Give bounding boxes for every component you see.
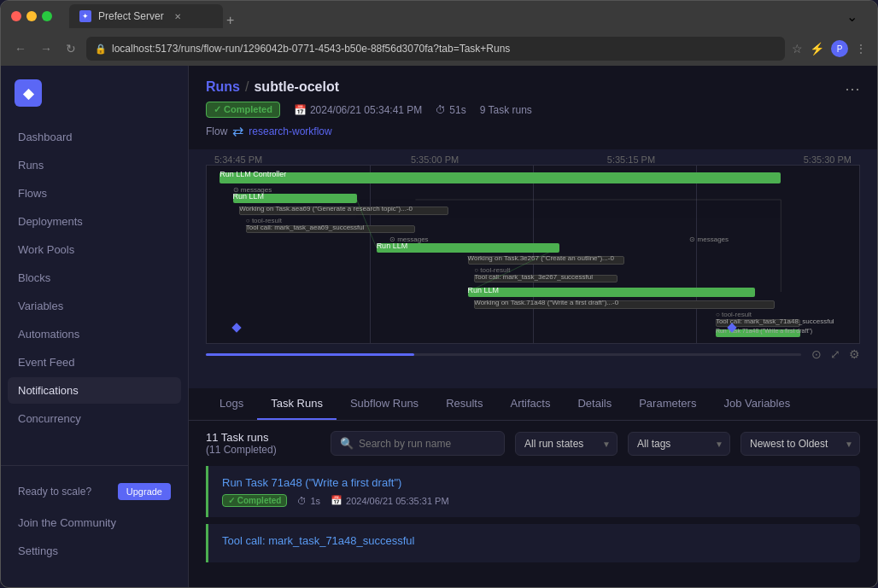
url-text: localhost:5173/runs/flow-run/1296042b-07… xyxy=(112,43,776,55)
settings-label: Settings xyxy=(18,544,58,557)
active-tab[interactable]: ✦ Prefect Server ✕ xyxy=(69,4,223,28)
tab-close-btn[interactable]: ✕ xyxy=(174,12,181,21)
svg-line-1 xyxy=(468,247,559,292)
address-bar[interactable]: 🔒 localhost:5173/runs/flow-run/1296042b-… xyxy=(86,37,785,61)
tab-title: Prefect Server xyxy=(98,10,164,22)
minimize-traffic-light[interactable] xyxy=(26,11,37,21)
task-status-badge: ✓ Completed xyxy=(222,494,287,507)
breadcrumb: Runs / subtle-ocelot xyxy=(206,79,532,95)
sidebar-item-event-feed[interactable]: Event Feed xyxy=(8,349,181,376)
status-label: ✓ Completed xyxy=(214,104,272,115)
menu-icon[interactable]: ⋮ xyxy=(855,42,867,55)
timeline-expand-btn[interactable]: ⤢ xyxy=(830,347,840,361)
maximize-traffic-light[interactable] xyxy=(42,11,52,21)
timeline-scrollbar[interactable] xyxy=(206,353,801,356)
sidebar-item-label: Work Pools xyxy=(18,243,74,256)
task-run-title[interactable]: Run Task 71a48 ("Write a first draft") xyxy=(222,476,846,489)
tab-job-variables[interactable]: Job Variables xyxy=(710,388,804,420)
task-runs-area: 11 Task runs (11 Completed) 🔍 All run st… xyxy=(189,421,877,587)
timeline-container: 5:34:45 PM 5:35:00 PM 5:35:15 PM 5:35:30… xyxy=(189,149,877,388)
timeline-fit-btn[interactable]: ⊙ xyxy=(811,347,822,361)
close-traffic-light[interactable] xyxy=(11,11,21,21)
window-menu-btn[interactable]: ⌄ xyxy=(846,9,867,25)
tab-parameters[interactable]: Parameters xyxy=(625,388,710,420)
sidebar-item-settings[interactable]: Settings xyxy=(8,539,181,563)
calendar-icon: 📅 xyxy=(294,104,307,116)
reload-btn[interactable]: ↻ xyxy=(62,38,79,59)
main-content: Runs / subtle-ocelot ✓ Completed 📅 2024/… xyxy=(189,66,877,587)
sort-filter-wrapper: Newest to Oldest ▼ xyxy=(740,432,860,456)
new-tab-btn[interactable]: + xyxy=(226,13,234,28)
join-community-label: Join the Community xyxy=(18,516,116,529)
state-filter[interactable]: All run states xyxy=(515,432,618,456)
tags-filter[interactable]: All tags xyxy=(628,432,730,456)
tabs-bar: Logs Task Runs Subflow Runs Results Arti… xyxy=(189,388,877,421)
sidebar-item-variables[interactable]: Variables xyxy=(8,293,181,319)
task-count-container: 11 Task runs (11 Completed) xyxy=(206,431,277,456)
app-content: ◆ Dashboard Runs Flows Deployments Work … xyxy=(1,66,877,587)
task-list: Run Task 71a48 ("Write a first draft") ✓… xyxy=(189,466,877,587)
breadcrumb-separator: / xyxy=(245,79,249,95)
upgrade-button[interactable]: Upgrade xyxy=(118,483,171,500)
sidebar-item-label: Concurrency xyxy=(18,412,81,425)
extension-icon[interactable]: ⚡ xyxy=(810,42,824,55)
timeline-controls: ⊙ ⤢ ⚙ xyxy=(189,344,877,364)
sidebar-item-label: Blocks xyxy=(18,271,50,284)
sidebar-item-work-pools[interactable]: Work Pools xyxy=(8,236,181,263)
task-count-sub: (11 Completed) xyxy=(206,444,277,456)
search-icon: 🔍 xyxy=(340,437,354,450)
sidebar-item-flows[interactable]: Flows xyxy=(8,180,181,207)
time-label-3: 5:35:15 PM xyxy=(607,154,655,165)
table-row: Run Task 71a48 ("Write a first draft") ✓… xyxy=(206,466,860,517)
sidebar-item-blocks[interactable]: Blocks xyxy=(8,265,181,291)
bookmark-icon[interactable]: ☆ xyxy=(792,42,803,55)
header-meta: ✓ Completed 📅 2024/06/21 05:34:41 PM ⏱ 5… xyxy=(206,102,532,118)
traffic-lights xyxy=(11,11,52,21)
sidebar-item-runs[interactable]: Runs xyxy=(8,152,181,178)
search-input[interactable] xyxy=(359,438,495,450)
sidebar-item-notifications[interactable]: Notifications xyxy=(8,377,181,404)
sidebar-item-label: Dashboard xyxy=(18,131,73,143)
more-options-btn[interactable]: ⋯ xyxy=(845,79,860,98)
sidebar-item-label: Runs xyxy=(18,159,44,172)
svg-line-0 xyxy=(357,200,377,247)
breadcrumb-parent[interactable]: Runs xyxy=(206,79,240,95)
calendar-icon: 📅 xyxy=(331,495,342,506)
tab-results[interactable]: Results xyxy=(432,388,496,420)
tab-subflow-runs[interactable]: Subflow Runs xyxy=(337,388,432,420)
flow-link-icon: ⇄ xyxy=(232,123,243,139)
search-box[interactable]: 🔍 xyxy=(331,431,505,456)
sidebar-item-join-community[interactable]: Join the Community xyxy=(8,510,181,535)
profile-icon[interactable]: P xyxy=(831,40,848,57)
sidebar-nav: Dashboard Runs Flows Deployments Work Po… xyxy=(1,124,188,465)
time-label-1: 5:34:45 PM xyxy=(214,154,262,165)
timeline-control-buttons: ⊙ ⤢ ⚙ xyxy=(811,347,860,361)
timeline-settings-btn[interactable]: ⚙ xyxy=(849,347,860,361)
tab-favicon: ✦ xyxy=(79,10,91,22)
connection-lines-svg xyxy=(207,166,859,343)
back-btn[interactable]: ← xyxy=(11,38,30,59)
sidebar-item-label: Notifications xyxy=(18,384,79,397)
tab-details[interactable]: Details xyxy=(564,388,625,420)
clock-icon: ⏱ xyxy=(297,496,307,506)
sidebar-logo: ◆ xyxy=(1,79,188,124)
sidebar-item-deployments[interactable]: Deployments xyxy=(8,208,181,235)
sidebar-item-dashboard[interactable]: Dashboard xyxy=(8,124,181,150)
sidebar-item-automations[interactable]: Automations xyxy=(8,321,181,347)
tab-artifacts[interactable]: Artifacts xyxy=(496,388,564,420)
tab-logs[interactable]: Logs xyxy=(206,388,257,420)
sidebar-item-concurrency[interactable]: Concurrency xyxy=(8,405,181,432)
forward-btn[interactable]: → xyxy=(37,38,56,59)
upgrade-section: Ready to scale? Upgrade xyxy=(8,476,181,507)
sidebar-item-label: Automations xyxy=(18,328,79,341)
task-run-title[interactable]: Tool call: mark_task_71a48_successful xyxy=(222,534,846,547)
task-count: 11 Task runs xyxy=(206,431,277,444)
time-labels: 5:34:45 PM 5:35:00 PM 5:35:15 PM 5:35:30… xyxy=(214,154,852,165)
gantt-chart[interactable]: Run LLM Controller ⊙ messages Run LLM Wo… xyxy=(206,165,860,344)
run-duration: ⏱ 51s xyxy=(436,104,465,116)
sort-filter[interactable]: Newest to Oldest xyxy=(740,432,860,456)
flow-info: Flow ⇄ research-workflow xyxy=(206,123,532,139)
tab-task-runs[interactable]: Task Runs xyxy=(257,388,337,420)
timeline-scrollbar-thumb xyxy=(206,353,414,356)
flow-link[interactable]: research-workflow xyxy=(249,125,331,137)
